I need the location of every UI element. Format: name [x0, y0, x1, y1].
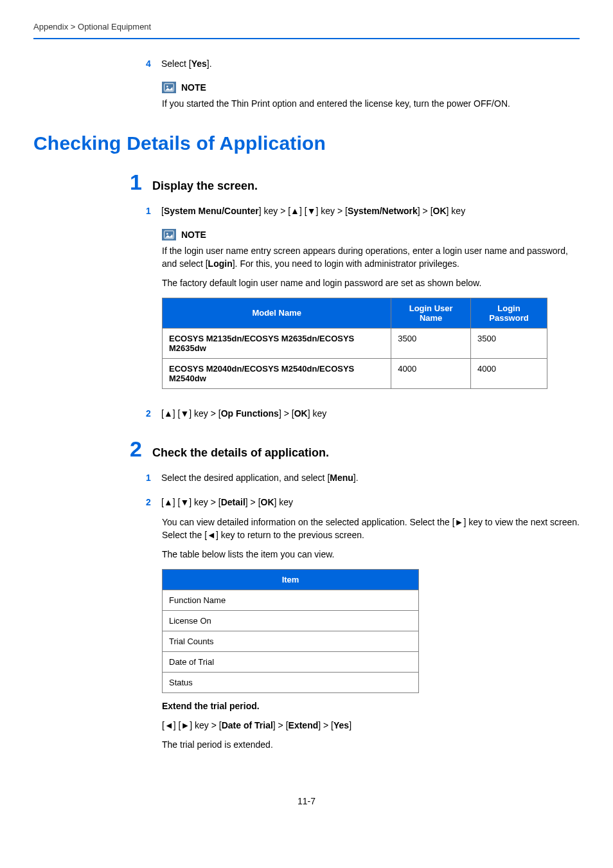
substep-text: [▲] [▼] key > [Detail] > [OK] key [161, 496, 293, 509]
breadcrumb: Appendix > Optional Equipment [33, 22, 580, 38]
note-block-step1: NOTE If the login user name entry screen… [162, 229, 580, 389]
bigstep-title: Display the screen. [152, 179, 258, 193]
table-row: ECOSYS M2040dn/ECOSYS M2540dn/ECOSYS M25… [163, 358, 547, 388]
svg-point-1 [166, 86, 168, 88]
substep-number: 1 [146, 206, 155, 216]
substep-number: 2 [146, 408, 155, 419]
step2-sub2: 2 [▲] [▼] key > [Detail] > [OK] key [146, 496, 580, 509]
table-cell-pass: 4000 [470, 358, 547, 388]
table-header-row: Item [163, 569, 419, 590]
note-body-line1: If the login user name entry screen appe… [162, 244, 580, 271]
note-label: NOTE [181, 82, 206, 93]
bigstep-1: 1 Display the screen. [130, 171, 580, 193]
note-label: NOTE [181, 230, 206, 240]
table-cell-model: ECOSYS M2040dn/ECOSYS M2540dn/ECOSYS M25… [163, 358, 391, 388]
substep-text: Select [Yes]. [161, 57, 212, 70]
table-cell-user: 4000 [391, 358, 471, 388]
table-row: License On [163, 610, 419, 631]
bigstep-number: 1 [130, 171, 142, 193]
note-icon [162, 82, 176, 93]
bigstep-2: 2 Check the details of application. [130, 438, 580, 460]
step1-sub1: 1 [System Menu/Counter] key > [▲] [▼] ke… [146, 204, 580, 217]
note-block-top: NOTE If you started the Thin Print optio… [162, 82, 580, 110]
bigstep-number: 2 [130, 438, 142, 460]
table-header: Login Password [470, 298, 547, 328]
step2-para2: The table below lists the item you can v… [162, 548, 580, 561]
substep-text: Select the desired application, and sele… [161, 471, 359, 484]
header-divider [33, 38, 580, 39]
section-title: Checking Details of Application [33, 132, 580, 154]
extend-result: The trial period is extended. [162, 738, 580, 751]
table-cell: Trial Counts [163, 631, 419, 651]
table-header: Login User Name [391, 298, 471, 328]
table-header: Model Name [163, 298, 391, 328]
extend-steps: [◄] [►] key > [Date of Trial] > [Extend]… [162, 719, 580, 732]
substep-4: 4 Select [Yes]. [146, 57, 580, 70]
substep-number: 1 [146, 473, 155, 483]
table-cell-user: 3500 [391, 328, 471, 358]
substep-number: 4 [146, 59, 155, 69]
table-row: Function Name [163, 590, 419, 610]
table-cell: Function Name [163, 590, 419, 610]
table-row: ECOSYS M2135dn/ECOSYS M2635dn/ECOSYS M26… [163, 328, 547, 358]
table-cell: Date of Trial [163, 651, 419, 672]
substep-number: 2 [146, 497, 155, 507]
note-body-line2: The factory default login user name and … [162, 276, 580, 289]
table-header: Item [163, 569, 419, 590]
step1-sub2: 2 [▲] [▼] key > [Op Functions] > [OK] ke… [146, 407, 580, 420]
table-cell: Status [163, 672, 419, 692]
page-number: 11-7 [33, 796, 580, 806]
table-row: Status [163, 672, 419, 692]
step2-para1: You can view detailed information on the… [162, 516, 580, 542]
table-row: Date of Trial [163, 651, 419, 672]
extend-title: Extend the trial period. [162, 700, 580, 712]
svg-point-3 [166, 233, 168, 235]
items-table: Item Function Name License On Trial Coun… [162, 569, 419, 693]
table-header-row: Model Name Login User Name Login Passwor… [163, 298, 547, 328]
step2-sub1: 1 Select the desired application, and se… [146, 471, 580, 484]
table-cell: License On [163, 610, 419, 631]
bigstep-title: Check the details of application. [152, 446, 329, 460]
login-table: Model Name Login User Name Login Passwor… [162, 298, 547, 389]
table-cell-model: ECOSYS M2135dn/ECOSYS M2635dn/ECOSYS M26… [163, 328, 391, 358]
note-icon [162, 229, 176, 240]
table-row: Trial Counts [163, 631, 419, 651]
table-cell-pass: 3500 [470, 328, 547, 358]
substep-text: [▲] [▼] key > [Op Functions] > [OK] key [161, 407, 326, 420]
note-body: If you started the Thin Print option and… [162, 97, 580, 110]
substep-text: [System Menu/Counter] key > [▲] [▼] key … [161, 204, 465, 217]
